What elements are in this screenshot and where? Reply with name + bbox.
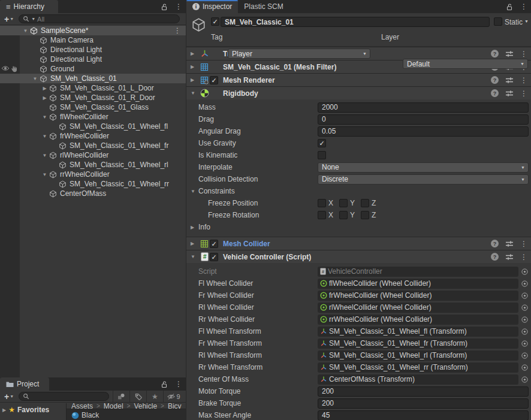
help-icon[interactable]: ? — [491, 240, 499, 247]
component-header-vehicle-controller[interactable]: ▼ # ✓ Vehicle Controller (Script) ? ⋮ — [186, 250, 531, 263]
kebab-menu-icon[interactable]: ⋮ — [520, 240, 527, 247]
freeze-rotation-y-checkbox[interactable] — [339, 211, 348, 219]
presets-icon[interactable] — [505, 253, 514, 261]
tree-item[interactable]: ▼ frWheelCollider — [0, 131, 186, 141]
info-foldout[interactable]: ▶ Info — [186, 221, 531, 233]
foldout-arrow[interactable]: ▼ — [31, 76, 39, 81]
search-by-type-button[interactable] — [113, 391, 129, 403]
tab-hierarchy[interactable]: ≡ Hierarchy — [0, 0, 58, 13]
add-object-button[interactable]: + — [4, 15, 9, 23]
tree-item[interactable]: SM_Veh_Classic_01_Wheel_fr — [0, 141, 186, 150]
is-kinematic-checkbox[interactable] — [318, 151, 326, 159]
freeze-rotation-x-checkbox[interactable] — [318, 211, 326, 219]
lock-icon[interactable] — [161, 380, 168, 388]
object-field[interactable]: SM_Veh_Classic_01_Wheel_fr (Transform) — [318, 339, 518, 349]
kebab-menu-icon[interactable]: ⋮ — [175, 3, 182, 10]
object-field[interactable]: SM_Veh_Classic_01_Wheel_rr (Transform) — [318, 362, 518, 373]
add-object-dropdown-icon[interactable]: ▼ — [10, 17, 14, 21]
tree-item[interactable]: ▼ flWheelCollider — [0, 112, 186, 122]
layer-dropdown[interactable]: Default ▼ — [403, 59, 528, 69]
object-field[interactable]: CenterOfMass (Transform) — [318, 374, 518, 385]
foldout-arrow[interactable]: ▼ — [191, 90, 199, 96]
asset-item-black[interactable]: Black — [67, 410, 186, 420]
object-field[interactable]: SM_Veh_Classic_01_Wheel_fl (Transform) — [318, 327, 518, 337]
tree-item[interactable]: Directional Light — [0, 55, 186, 64]
foldout-arrow[interactable]: ▼ — [41, 134, 49, 139]
object-picker-icon[interactable] — [521, 364, 529, 371]
presets-icon[interactable] — [505, 77, 514, 84]
object-picker-icon[interactable] — [521, 292, 529, 300]
object-field[interactable]: flWheelCollider (Wheel Collider) — [318, 279, 518, 289]
use-gravity-checkbox[interactable]: ✓ — [318, 139, 326, 147]
gameobject-name-input[interactable]: SM_Veh_Classic_01 — [221, 17, 490, 27]
foldout-arrow[interactable]: ▶ — [191, 241, 199, 246]
hierarchy-search-input[interactable]: ▼ All — [19, 14, 180, 23]
object-picker-icon[interactable] — [521, 328, 529, 336]
max-steer-angle-input[interactable]: 45 — [318, 410, 529, 420]
object-picker-icon[interactable] — [521, 340, 529, 348]
component-header-mesh-collider[interactable]: ▶ ✓ Mesh Collider ? ⋮ — [186, 237, 531, 250]
tree-item-selected[interactable]: ▼ SM_Veh_Classic_01 — [0, 74, 186, 83]
motor-torque-input[interactable]: 200 — [318, 386, 529, 397]
search-by-label-button[interactable] — [129, 391, 146, 403]
component-header-mesh-renderer[interactable]: ▶ ✓ Mesh Renderer ? ⋮ — [186, 73, 531, 86]
tab-plastic-scm[interactable]: Plastic SCM — [238, 0, 289, 13]
add-asset-button[interactable]: + — [4, 392, 9, 401]
foldout-arrow[interactable]: ▶ — [191, 64, 199, 70]
object-field[interactable]: rlWheelCollider (Wheel Collider) — [318, 303, 518, 313]
foldout-arrow[interactable]: ▼ — [41, 172, 49, 177]
kebab-menu-icon[interactable]: ⋮ — [520, 253, 527, 261]
drag-input[interactable]: 0 — [318, 114, 529, 125]
component-enabled-checkbox[interactable]: ✓ — [210, 240, 218, 248]
tree-item[interactable]: SM_Veh_Classic_01_Wheel_rl — [0, 160, 186, 170]
static-dropdown-icon[interactable]: ▼ — [524, 19, 529, 23]
visibility-eye-icon[interactable] — [1, 65, 10, 71]
tree-item[interactable]: SM_Veh_Classic_01_Wheel_fl — [0, 122, 186, 131]
mass-input[interactable]: 2000 — [318, 102, 529, 113]
kebab-menu-icon[interactable]: ⋮ — [520, 77, 527, 84]
kebab-menu-icon[interactable]: ⋮ — [520, 50, 527, 58]
tree-item[interactable]: Main Camera — [0, 35, 186, 45]
object-picker-icon[interactable] — [521, 376, 529, 383]
brake-torque-input[interactable]: 200 — [318, 398, 529, 409]
component-header-rigidbody[interactable]: ▼ Rigidbody ? ⋮ — [186, 86, 531, 99]
foldout-arrow[interactable]: ▼ — [41, 153, 49, 158]
kebab-menu-icon[interactable]: ⋮ — [520, 90, 527, 97]
help-icon[interactable]: ? — [491, 253, 499, 261]
angular-drag-input[interactable]: 0.05 — [318, 126, 529, 137]
foldout-arrow[interactable]: ▶ — [191, 225, 194, 230]
breadcrumb-item[interactable]: Vehicle — [134, 403, 157, 409]
tree-item[interactable]: Ground — [0, 64, 186, 74]
tree-item[interactable]: SM_Veh_Classic_01_Glass — [0, 102, 186, 112]
constraints-foldout[interactable]: ▼ Constraints — [186, 185, 531, 197]
tree-item[interactable]: ▼ rrWheelCollider — [0, 170, 186, 179]
help-icon[interactable]: ? — [491, 50, 499, 58]
search-filter-dropdown-icon[interactable]: ▼ — [31, 17, 35, 21]
script-object-field[interactable]: #VehicleController — [318, 267, 518, 277]
object-picker-icon[interactable] — [521, 316, 529, 324]
foldout-arrow[interactable]: ▼ — [191, 254, 199, 259]
foldout-arrow[interactable]: ▶ — [41, 86, 49, 91]
tree-item[interactable]: ▶ SM_Veh_Classic_01_L_Door — [0, 83, 186, 93]
tree-item[interactable]: Directional Light — [0, 45, 186, 55]
scene-kebab-icon[interactable]: ⋮ — [174, 27, 181, 34]
object-field[interactable]: frWheelCollider (Wheel Collider) — [318, 291, 518, 301]
foldout-arrow[interactable]: ▶ — [2, 407, 6, 413]
help-icon[interactable]: ? — [491, 76, 499, 84]
foldout-arrow[interactable]: ▼ — [191, 189, 195, 194]
lock-icon[interactable] — [506, 3, 513, 11]
freeze-rotation-z-checkbox[interactable] — [361, 211, 369, 219]
tab-project[interactable]: Project — [0, 377, 49, 391]
active-checkbox[interactable]: ✓ — [211, 17, 219, 26]
collision-detection-dropdown[interactable]: Discrete▼ — [318, 174, 529, 185]
foldout-arrow[interactable]: ▼ — [22, 28, 29, 34]
tag-dropdown[interactable]: Player ▼ — [228, 49, 370, 59]
favorites-filter-button[interactable]: ★ — [146, 391, 163, 403]
object-picker-icon[interactable] — [521, 304, 529, 312]
project-search-input[interactable] — [19, 392, 109, 401]
help-icon[interactable]: ? — [491, 89, 499, 97]
object-picker-icon[interactable] — [521, 352, 529, 359]
object-field[interactable]: SM_Veh_Classic_01_Wheel_rl (Transform) — [318, 350, 518, 361]
lock-icon[interactable] — [161, 3, 168, 11]
tree-item[interactable]: ▶ SM_Veh_Classic_01_R_Door — [0, 93, 186, 102]
